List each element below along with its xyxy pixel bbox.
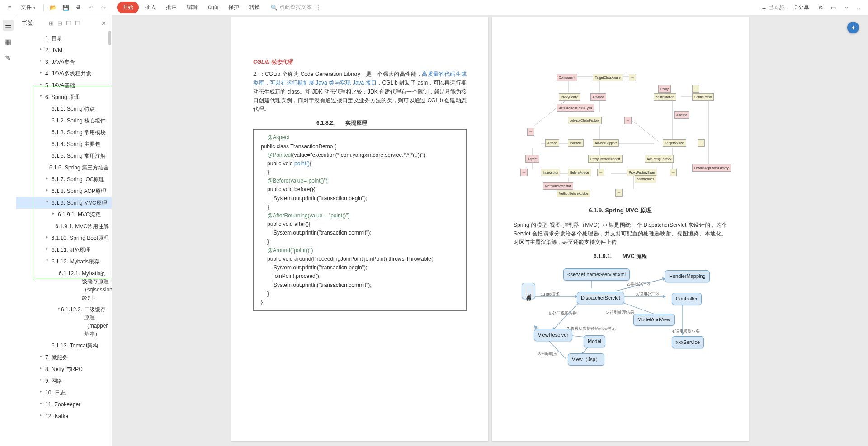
expand-all-icon[interactable]: ⊞ bbox=[49, 20, 54, 27]
chevron-down-icon: ▾ bbox=[33, 5, 36, 10]
open-icon[interactable]: 📂 bbox=[48, 3, 58, 13]
spring-class-diagram: Component TargetClassAware ··· Proxy ···… bbox=[514, 67, 727, 202]
tab-convert[interactable]: 转换 bbox=[245, 2, 264, 13]
bookmark-item[interactable]: ▸4.JAVA多线程并发 bbox=[16, 68, 112, 80]
bookmark-item[interactable]: 6.1.9.1.MVC常用注解 bbox=[16, 221, 112, 232]
page-left: CGLib 动态代理 2. ：CGLib 全称为 Code Generation… bbox=[231, 17, 488, 441]
dots-icon[interactable]: ⋯ bbox=[841, 3, 851, 13]
share-button[interactable]: ⤴ 分享 bbox=[791, 2, 813, 13]
leftbar: ☰ ▦ ✎ bbox=[0, 15, 16, 446]
file-menu[interactable]: 文件 ▾ bbox=[17, 2, 39, 13]
print-icon[interactable]: 🖶 bbox=[73, 3, 83, 13]
section-6182: 6.1.8.2. 实现原理 bbox=[316, 119, 467, 127]
node-xxxservice: xxxService bbox=[672, 336, 704, 349]
redo-icon[interactable]: ↷ bbox=[99, 3, 108, 13]
bookmark-item[interactable]: ▾6.Spring 原理 bbox=[16, 91, 112, 103]
bookmark-item[interactable]: ▸10.日志 bbox=[16, 387, 112, 399]
bookmark-item[interactable]: ▸12.Kafka bbox=[16, 410, 112, 422]
cglib-title: CGLib 动态代理 bbox=[253, 58, 467, 66]
node-servletxml: <servlet-name>servlet.xml bbox=[563, 268, 630, 281]
label-2: 2.寻找处理器 bbox=[627, 281, 651, 287]
bookmark-item[interactable]: ▸6.1.11.JPA原理 bbox=[16, 244, 112, 256]
bookmark-item[interactable]: 6.1.3.Spring 常用模块 bbox=[16, 127, 112, 138]
cglib-paragraph: 2. ：CGLib 全称为 Code Generation Library，是一… bbox=[253, 70, 467, 113]
page-right: Component TargetClassAware ··· Proxy ···… bbox=[492, 17, 749, 441]
cloud-icon: ☁ bbox=[761, 5, 766, 11]
label-5: 5.得到处理结果 bbox=[606, 309, 634, 315]
bookmark-tree: 1.目录▸2.JVM▸3.JAVA集合▸4.JAVA多线程并发▸5.JAVA基础… bbox=[16, 31, 112, 446]
save-icon[interactable]: 💾 bbox=[61, 3, 71, 13]
bookmark-item[interactable]: ▸6.1.8.Spring AOP原理 bbox=[16, 185, 112, 197]
node-model: Model bbox=[584, 335, 605, 348]
sidebar-header: 书签 ⊞ ⊟ ☐ ☐ ✕ bbox=[16, 15, 112, 31]
node-browser: 浏 览 器 bbox=[522, 283, 535, 299]
sync-status[interactable]: ☁已同步· bbox=[761, 4, 788, 11]
tab-insert[interactable]: 插入 bbox=[142, 2, 160, 13]
bookmark-item[interactable]: 6.1.5.Spring 常用注解 bbox=[16, 150, 112, 162]
bookmark-item[interactable]: 6.1.12.1.Mybatis的一级缓存原理（sqlsession级别） bbox=[16, 268, 112, 304]
label-3: 3.调用处理器 bbox=[636, 291, 660, 297]
bookmark-item[interactable]: ▸11.Zookeeper bbox=[16, 399, 112, 410]
tab-comment[interactable]: 批注 bbox=[162, 2, 180, 13]
bookmark-tab-icon[interactable]: ☰ bbox=[3, 20, 14, 31]
share-label: 分享 bbox=[798, 4, 809, 10]
bookmark-item[interactable]: 6.1.1.Spring 特点 bbox=[16, 103, 112, 115]
search-placeholder: 点此查找文本 bbox=[279, 4, 312, 11]
scrollbar-thumb[interactable] bbox=[108, 31, 111, 45]
bookmark-item[interactable]: ▸9.网络 bbox=[16, 375, 112, 387]
bookmark-item[interactable]: ▸6.1.10.Spring Boot原理 bbox=[16, 232, 112, 244]
bookmark-opts-icon[interactable]: ☐ bbox=[75, 20, 80, 27]
assistant-float-button[interactable]: ✦ bbox=[847, 22, 859, 33]
menu-icon[interactable]: ≡ bbox=[5, 3, 14, 13]
label-1: 1.Http请求 bbox=[541, 291, 560, 297]
tab-start[interactable]: 开始 bbox=[117, 2, 139, 13]
bookmark-item[interactable]: 6.1.4.Spring 主要包 bbox=[16, 138, 112, 150]
label-7: 7.将模型数据传给View显示 bbox=[567, 325, 616, 332]
bookmark-item[interactable]: ▸6.1.9.1.MVC流程 bbox=[16, 209, 112, 221]
code-block: @Aspectpublic class TransactionDemo {@Po… bbox=[253, 129, 467, 311]
share-icon: ⤴ bbox=[794, 4, 797, 10]
bookmark-item[interactable]: 6.1.6.Spring 第三方结合 bbox=[16, 162, 112, 174]
bookmark-item[interactable]: ▸6.1.7.Spring IOC原理 bbox=[16, 174, 112, 185]
more-icon: ⋮ bbox=[316, 5, 321, 11]
search-box[interactable]: 🔍 点此查找文本 ⋮ bbox=[271, 4, 321, 11]
bookmark-item[interactable]: 6.1.2.Spring 核心组件 bbox=[16, 115, 112, 127]
undo-icon[interactable]: ↶ bbox=[86, 3, 96, 13]
label-4: 4.调用模型业务 bbox=[672, 328, 700, 334]
bookmark-add-icon[interactable]: ☐ bbox=[66, 20, 71, 27]
bookmark-item[interactable]: 1.目录 bbox=[16, 33, 112, 44]
text: 2. ：CGLib 全称为 Code Generation Library，是一… bbox=[253, 71, 422, 77]
bookmark-item[interactable]: ▸7.微服务 bbox=[16, 352, 112, 363]
bookmark-item[interactable]: ▾6.1.12.Mybatis缓存 bbox=[16, 256, 112, 268]
gear-icon[interactable]: ⚙ bbox=[816, 3, 826, 13]
collapse-icon[interactable]: ⌄ bbox=[854, 3, 863, 13]
attachment-tab-icon[interactable]: ✎ bbox=[3, 52, 14, 63]
thumbnail-tab-icon[interactable]: ▦ bbox=[3, 36, 14, 47]
node-modelandview: ModelAndView bbox=[633, 314, 675, 326]
main: ☰ ▦ ✎ 书签 ⊞ ⊟ ☐ ☐ ✕ 1.目录▸2.JVM▸3.JAVA集合▸4… bbox=[0, 15, 868, 446]
node-handlermapping: HandlerMapping bbox=[665, 270, 710, 283]
tab-protect[interactable]: 保护 bbox=[225, 2, 243, 13]
bookmark-item[interactable]: ▾6.1.9.Spring MVC原理 bbox=[16, 197, 112, 209]
bookmark-item[interactable]: ▸6.1.12.2.二级缓存原理（mapper基本） bbox=[16, 304, 112, 340]
bookmark-item[interactable]: ▸2.JVM bbox=[16, 44, 112, 56]
heading-6191: 6.1.9.1. MVC 流程 bbox=[514, 252, 727, 261]
svg-line-5 bbox=[534, 99, 568, 126]
label-6: 6.处理视图映射 bbox=[549, 310, 577, 316]
collapse-all-icon[interactable]: ⊟ bbox=[57, 20, 62, 27]
tab-page[interactable]: 页面 bbox=[204, 2, 222, 13]
tab-edit[interactable]: 编辑 bbox=[183, 2, 201, 13]
bookmark-item[interactable]: ▸8.Netty 与RPC bbox=[16, 363, 112, 375]
bookmark-item[interactable]: 6.1.13.Tomcat架构 bbox=[16, 340, 112, 352]
node-viewjsp: View（Jsp） bbox=[568, 353, 604, 366]
label-8: 8.Http响应 bbox=[538, 351, 557, 357]
bookmark-item[interactable]: ▸3.JAVA集合 bbox=[16, 56, 112, 68]
window-icon[interactable]: ▭ bbox=[828, 3, 838, 13]
bookmark-item[interactable]: ▸5.JAVA基础 bbox=[16, 80, 112, 91]
document-viewport[interactable]: CGLib 动态代理 2. ：CGLib 全称为 Code Generation… bbox=[112, 15, 868, 446]
close-sidebar-icon[interactable]: ✕ bbox=[101, 20, 106, 27]
sync-label: 已同步 bbox=[768, 4, 784, 11]
file-label: 文件 bbox=[21, 4, 32, 11]
heading-619: 6.1.9. Spring MVC 原理 bbox=[514, 206, 727, 216]
separator bbox=[113, 4, 113, 11]
